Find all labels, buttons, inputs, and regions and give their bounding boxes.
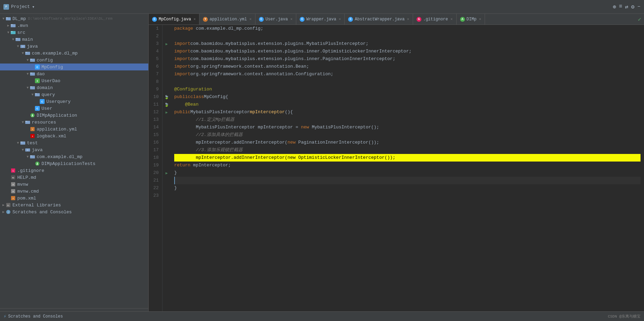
gutter-cell-20[interactable]: ▶	[164, 169, 169, 177]
tab-close-appyml[interactable]: ×	[249, 17, 252, 21]
tab-mpconfig[interactable]: CMpConfig.java×	[149, 14, 199, 25]
svg-rect-17	[30, 86, 32, 87]
tree-item-appyml[interactable]: Yapplication.yml	[0, 126, 148, 133]
tree-label-dimapplication: DIMpApplication	[37, 113, 77, 118]
tree-arrow-domain[interactable]: ▼	[26, 86, 30, 90]
tree-item-dimapptests[interactable]: ADIMpApplicationTests	[0, 160, 148, 167]
tree-icon-pomxml: P	[10, 195, 16, 201]
tree-item-src[interactable]: ▼src	[0, 29, 148, 36]
tree-label-gitignore: .gitignore	[17, 168, 44, 173]
tree-item-dimapplication[interactable]: ADIMpApplication	[0, 112, 148, 119]
tree-item-helpmd[interactable]: MDHELP.md	[0, 174, 148, 181]
scratches-icon: ⚡	[3, 313, 6, 319]
gutter-cell-10[interactable]: 🍃	[164, 93, 169, 101]
tree-item-testjava[interactable]: ▼Jjava	[0, 146, 148, 153]
tree-item-com-example-dl-mp-test[interactable]: ▼com.example.dl_mp	[0, 153, 148, 160]
tab-close-wrapper[interactable]: ×	[339, 17, 341, 21]
tree-arrow-config[interactable]: ▼	[26, 58, 30, 62]
tree-arrow-dao[interactable]: ▼	[26, 72, 30, 76]
tree-arrow-mvn[interactable]: ▶	[6, 23, 10, 28]
tab-gitignore[interactable]: G.gitignore×	[413, 14, 457, 25]
code-line-9: @Configuration	[174, 86, 641, 93]
tab-label-gitignore: .gitignore	[423, 17, 448, 22]
tree-item-java[interactable]: ▼Jjava	[0, 43, 148, 50]
tree-arrow-test[interactable]: ▼	[16, 141, 20, 145]
gutter-cell-11[interactable]: 🍃	[164, 101, 169, 108]
tab-dimp[interactable]: ADIMp×	[457, 14, 485, 25]
tree-item-domain[interactable]: ▼domain	[0, 84, 148, 91]
code-area[interactable]: 1234567891011121314151617181920212223 ▶🍃…	[149, 25, 644, 311]
gutter-cell-9	[164, 86, 169, 93]
gutter-cell-3[interactable]: ▶	[164, 40, 169, 48]
tab-user[interactable]: CUser.java×	[255, 14, 296, 25]
tree-item-user[interactable]: CUser	[0, 105, 148, 112]
line-number-7: 7	[152, 70, 159, 78]
tree-item-dao[interactable]: ▼dao	[0, 70, 148, 77]
tab-label-user: User.java	[265, 17, 288, 22]
tree-icon-dimapptests: A	[35, 161, 40, 166]
diff-icon[interactable]: ⇄	[625, 3, 628, 10]
tree-arrow-scratches[interactable]: ▶	[1, 210, 6, 214]
line-number-23: 23	[152, 192, 159, 200]
gutter-cell-12[interactable]: ▶	[164, 108, 169, 116]
tree-item-config[interactable]: ▼config	[0, 57, 148, 64]
tree-item-query[interactable]: ▼query	[0, 91, 148, 98]
tree-arrow-com-example-dl-mp-test[interactable]: ▼	[26, 155, 30, 159]
tree-label-helpmd: HELP.md	[17, 175, 36, 180]
tab-abstractwrapper[interactable]: CAbstractWrapper.java×	[345, 14, 413, 25]
tab-close-mpconfig[interactable]: ×	[194, 17, 196, 21]
settings-icon[interactable]: ⚙	[631, 3, 635, 10]
tree-item-gitignore[interactable]: G.gitignore	[0, 167, 148, 174]
tree-item-pomxml[interactable]: Ppom.xml	[0, 195, 148, 202]
tree-item-mvn[interactable]: ▶.mvn	[0, 22, 148, 29]
tab-close-gitignore[interactable]: ×	[450, 17, 453, 21]
tab-wrapper[interactable]: CWrapper.java×	[296, 14, 345, 25]
project-dropdown-icon[interactable]: ▾	[32, 4, 35, 10]
tree-item-logbackxml[interactable]: Xlogback.xml	[0, 133, 148, 139]
tree-label-pomxml: pom.xml	[17, 196, 36, 201]
tree-arrow-extlibs[interactable]: ▶	[1, 203, 6, 207]
tab-close-dimp[interactable]: ×	[479, 17, 481, 21]
tree-icon-mvn	[10, 23, 16, 28]
tree-icon-appyml: Y	[30, 126, 35, 132]
scratches-section[interactable]: ⚡ Scratches and Consoles	[3, 313, 63, 319]
gutter-cell-5	[164, 55, 169, 63]
tree-label-mvnw: mvnw	[17, 182, 28, 187]
tree-item-mvnw[interactable]: Mmvnw	[0, 181, 148, 188]
tree-arrow-java[interactable]: ▼	[16, 45, 20, 48]
tree-item-userquery[interactable]: CUserquery	[0, 98, 148, 105]
tree-arrow-testjava[interactable]: ▼	[21, 148, 25, 152]
structure-icon[interactable]: ≡	[619, 3, 623, 10]
sidebar-tree[interactable]: ▼DL_mpD:\WorkSoftware_Workplace\IDEA\DL_…	[0, 14, 148, 308]
gutter-cell-15	[164, 131, 169, 139]
tree-arrow-main[interactable]: ▼	[11, 38, 15, 41]
watermark: CSDN @东离与糖宝	[608, 314, 641, 319]
tree-arrow-resources[interactable]: ▼	[21, 120, 25, 124]
tree-arrow-query[interactable]: ▼	[30, 93, 35, 97]
tree-item-userdao[interactable]: IUserDao	[0, 77, 148, 84]
tab-icon-wrapper: C	[300, 17, 305, 22]
tree-item-resources[interactable]: ▼resources	[0, 119, 148, 126]
tree-item-test[interactable]: ▼test	[0, 139, 148, 146]
tab-close-abstractwrapper[interactable]: ×	[407, 17, 409, 21]
tree-arrow-src[interactable]: ▼	[6, 31, 10, 35]
tree-item-dl_mp[interactable]: ▼DL_mpD:\WorkSoftware_Workplace\IDEA\DL_…	[0, 15, 148, 22]
tree-item-mpconfig[interactable]: CMpConfig	[0, 64, 148, 70]
tree-label-userdao: UserDao	[41, 78, 60, 84]
code-lines: package com.example.dl_mp.config;import …	[171, 25, 644, 311]
minimize-icon[interactable]: –	[637, 3, 641, 10]
tree-item-main[interactable]: ▼main	[0, 36, 148, 43]
svg-text:MD: MD	[12, 177, 14, 179]
tree-item-extlibs[interactable]: ▶ELExternal Libraries	[0, 202, 148, 208]
tab-appyml[interactable]: Yapplication.yml×	[199, 14, 255, 25]
tree-item-scratches[interactable]: ▶⚡Scratches and Consoles	[0, 208, 148, 215]
tree-icon-com-example-dl-mp-test	[30, 154, 35, 159]
tree-arrow-dl_mp[interactable]: ▼	[1, 17, 6, 21]
nav-icon[interactable]: ⊕	[613, 3, 616, 10]
tab-close-user[interactable]: ×	[290, 17, 293, 21]
code-line-11: @Bean	[174, 101, 641, 108]
tree-arrow-com-example-dl-mp[interactable]: ▼	[21, 51, 25, 55]
svg-text:J: J	[27, 149, 28, 151]
tree-item-com-example-dl-mp[interactable]: ▼com.example.dl_mp	[0, 50, 148, 57]
tree-item-mvnwcmd[interactable]: Mmvnw.cmd	[0, 188, 148, 195]
